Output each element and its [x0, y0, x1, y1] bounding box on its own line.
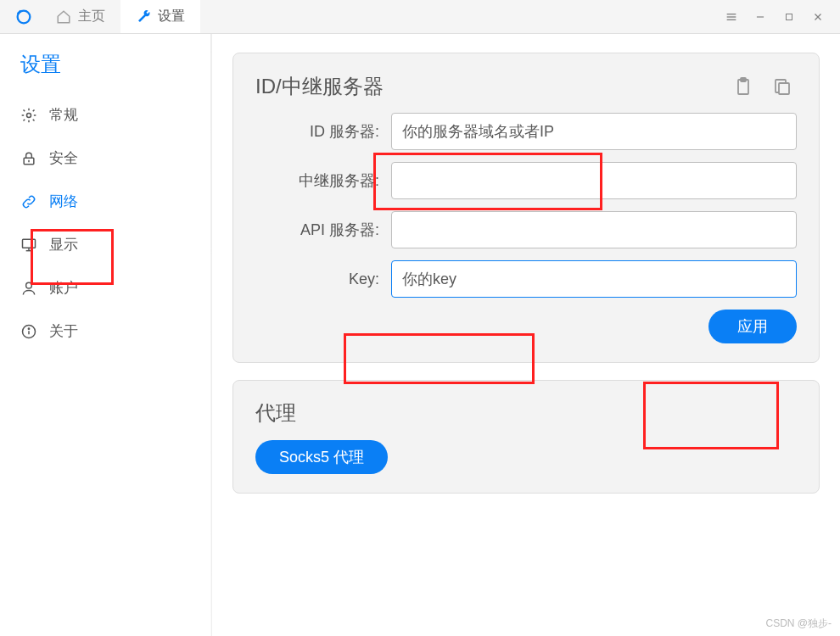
tab-settings[interactable]: 设置	[120, 0, 200, 33]
proxy-card: 代理 Socks5 代理	[232, 380, 820, 494]
link-icon	[20, 193, 37, 210]
watermark: CSDN @独步-	[765, 616, 832, 631]
sidebar-item-label: 安全	[49, 148, 78, 168]
svg-rect-11	[23, 239, 36, 248]
gear-icon	[20, 107, 37, 124]
tab-label: 主页	[78, 8, 105, 25]
api-server-input[interactable]	[391, 211, 797, 248]
titlebar: 主页 设置	[0, 0, 840, 34]
sidebar-item-account[interactable]: 账户	[0, 266, 211, 310]
paste-icon[interactable]	[729, 72, 758, 101]
tab-label: 设置	[158, 8, 185, 25]
copy-icon[interactable]	[768, 72, 797, 101]
menu-icon[interactable]	[720, 5, 743, 29]
app-icon	[7, 8, 41, 26]
tabs: 主页 设置	[41, 0, 720, 33]
sidebar: 设置 常规 安全 网络 显示	[0, 34, 212, 636]
sidebar-item-network[interactable]: 网络	[0, 180, 211, 223]
close-icon[interactable]	[806, 5, 830, 29]
api-server-label: API 服务器:	[255, 220, 391, 240]
maximize-icon[interactable]	[777, 5, 801, 29]
svg-point-8	[27, 113, 31, 117]
svg-point-17	[28, 328, 29, 329]
sidebar-item-label: 网络	[49, 192, 78, 211]
svg-rect-20	[779, 83, 789, 94]
key-input[interactable]	[391, 260, 797, 298]
sidebar-item-general[interactable]: 常规	[0, 93, 211, 137]
svg-rect-5	[787, 14, 792, 20]
home-icon	[56, 9, 71, 25]
id-server-input[interactable]	[391, 113, 797, 150]
main-content: ID/中继服务器 ID 服务器: 中继服务器: API	[212, 34, 840, 636]
key-label: Key:	[255, 271, 391, 288]
sidebar-item-label: 常规	[49, 105, 78, 125]
card-title: 代理	[255, 399, 797, 427]
monitor-icon	[20, 237, 37, 254]
sidebar-item-security[interactable]: 安全	[0, 137, 211, 180]
svg-point-14	[26, 282, 32, 288]
sidebar-item-label: 显示	[49, 235, 78, 254]
socks5-proxy-button[interactable]: Socks5 代理	[255, 440, 388, 474]
relay-server-input[interactable]	[391, 162, 797, 199]
minimize-icon[interactable]	[748, 5, 772, 29]
sidebar-title: 设置	[0, 46, 211, 93]
relay-server-label: 中继服务器:	[255, 170, 391, 191]
sidebar-item-label: 关于	[49, 321, 78, 341]
tab-home[interactable]: 主页	[41, 0, 120, 33]
user-icon	[20, 280, 37, 297]
id-relay-card: ID/中继服务器 ID 服务器: 中继服务器: API	[232, 53, 820, 363]
sidebar-item-display[interactable]: 显示	[0, 223, 211, 266]
window-controls	[720, 5, 830, 29]
card-title: ID/中继服务器	[255, 73, 729, 100]
sidebar-item-about[interactable]: 关于	[0, 310, 211, 353]
info-icon	[20, 323, 37, 340]
apply-button[interactable]: 应用	[708, 310, 797, 343]
lock-icon	[20, 150, 37, 167]
id-server-label: ID 服务器:	[255, 121, 391, 142]
sidebar-item-label: 账户	[49, 278, 78, 298]
wrench-icon	[136, 9, 151, 25]
